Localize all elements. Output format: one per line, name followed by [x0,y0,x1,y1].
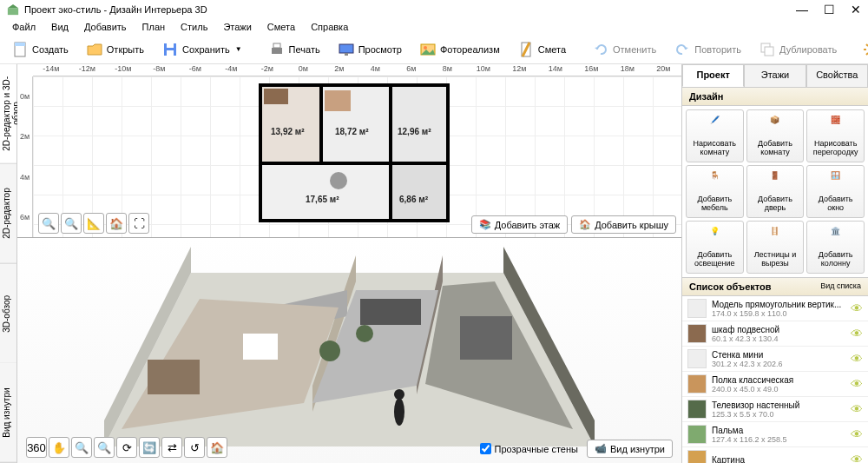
tab-floors[interactable]: Этажи [744,64,806,87]
add-roof-button[interactable]: 🏠 Добавить крышу [571,215,676,234]
redo-icon [674,41,691,58]
duplicate-button[interactable]: Дублировать [753,37,843,62]
vertical-tabs: 2D-редактор и 3D-обзор 2D-редактор 3D-об… [0,64,17,463]
eye-icon[interactable]: 👁 [851,427,863,441]
window-title: Проект эко-стиль - Дизайн Интерьера 3D [24,4,796,15]
undo-icon [592,41,609,58]
eye-icon[interactable]: 👁 [851,327,863,341]
add-furniture-button[interactable]: 🪑Добавить мебель [686,165,744,218]
list-item[interactable]: Телевизор настенный125.3 x 5.5 x 70.0👁 [682,397,868,422]
save-button[interactable]: Сохранить ▼ [155,37,248,62]
tab-project[interactable]: Проект [682,64,744,87]
add-lighting-button[interactable]: 💡Добавить освещение [686,221,744,274]
draw-partition-button[interactable]: 🧱Нарисовать перегородку [806,109,865,162]
svg-rect-7 [272,48,282,54]
svg-rect-5 [167,43,174,48]
menu-style[interactable]: Стиль [174,21,214,33]
object-list: Модель прямоугольник вертик...174.0 x 15… [682,296,868,463]
eye-icon[interactable]: 👁 [851,352,863,366]
home-3d-button[interactable]: 🏠 [207,437,227,458]
measure-button[interactable]: 📐 [83,213,104,234]
chevron-down-icon: ▼ [235,45,242,53]
save-icon [161,41,179,58]
fit-button[interactable]: ⛶ [128,213,149,234]
rotate-button[interactable]: ⟳ [116,437,137,458]
list-item[interactable]: Стенка мини301.2 x 42.3 x 202.6👁 [682,347,868,372]
svg-rect-37 [243,334,278,360]
vtab-2d-3d[interactable]: 2D-редактор и 3D-обзор [0,64,16,164]
print-icon [268,41,286,58]
rotate-360-button[interactable]: 360 [26,437,47,458]
settings-button[interactable] [857,37,868,62]
zoom-out-button[interactable]: 🔍 [38,213,59,234]
list-item[interactable]: шкаф подвесной60.1 x 42.3 x 130.4👁 [682,321,868,347]
menu-add[interactable]: Добавить [77,21,134,33]
eye-icon[interactable]: 👁 [851,453,863,463]
close-button[interactable]: ✕ [851,3,861,17]
zoom-in-3d-button[interactable]: 🔍 [94,437,115,458]
menu-file[interactable]: Файл [5,21,43,33]
vtab-2d[interactable]: 2D-редактор [0,164,16,264]
viewport-3d[interactable]: 360 ✋ 🔍 🔍 ⟳ 🔄 ⇄ ↺ 🏠 Прозрачные стены 📹 В… [17,238,681,463]
menu-plan[interactable]: План [135,21,173,33]
add-door-button[interactable]: 🚪Добавить дверь [746,165,805,218]
menu-floors[interactable]: Этажи [216,21,258,33]
zoom-out-3d-button[interactable]: 🔍 [71,437,92,458]
estimate-icon [517,41,535,58]
vtab-inside[interactable]: Вид изнутри [0,363,16,463]
menu-help[interactable]: Справка [304,21,355,33]
design-section-header: Дизайн [682,87,868,106]
list-item[interactable]: Полка классическая240.0 x 45.0 x 49.0👁 [682,372,868,397]
toolbar: Создать Открыть Сохранить ▼ Печать Просм… [0,35,868,64]
svg-rect-6 [167,50,174,56]
layers-icon: 📚 [479,219,491,230]
inside-view-button[interactable]: 📹 Вид изнутри [587,440,673,458]
tab-properties[interactable]: Свойства [806,64,868,87]
list-item[interactable]: Модель прямоугольник вертик...174.0 x 15… [682,296,868,321]
print-button[interactable]: Печать [262,37,326,62]
svg-rect-42 [360,299,421,325]
svg-point-41 [394,389,404,400]
viewport-2d[interactable]: -14м-12м-10м-8м-6м-4м-2м0м2м4м6м8м10м12м… [17,64,681,238]
list-item[interactable]: Картина👁 [682,447,868,463]
minimize-button[interactable]: — [796,3,808,17]
redo-button[interactable]: Повторить [667,37,747,62]
preview-button[interactable]: Просмотр [332,37,408,62]
photorealism-button[interactable]: Фотореализм [413,37,506,62]
undo-button[interactable]: Отменить [586,37,662,62]
draw-room-button[interactable]: 🖊️Нарисовать комнату [686,109,744,162]
home-button[interactable]: 🏠 [106,213,127,234]
add-column-button[interactable]: 🏛️Добавить колонну [806,221,865,274]
eye-icon[interactable]: 👁 [851,301,863,315]
create-button[interactable]: Создать [5,37,75,62]
objects-section-header: Список объектов Вид списка [682,277,868,296]
list-view-link[interactable]: Вид списка [820,281,861,292]
svg-marker-1 [8,4,18,8]
vtab-3d[interactable]: 3D-обзор [0,264,16,364]
maximize-button[interactable]: ☐ [824,3,835,17]
zoom-in-button[interactable]: 🔍 [61,213,82,234]
eye-icon[interactable]: 👁 [851,377,863,391]
add-window-button[interactable]: 🪟Добавить окно [806,165,865,218]
open-button[interactable]: Открыть [80,37,150,62]
add-room-button[interactable]: 📦Добавить комнату [746,109,805,162]
reset-button[interactable]: ↺ [184,437,205,458]
roof-icon: 🏠 [579,219,591,230]
orbit-button[interactable]: 🔄 [139,437,160,458]
flip-button[interactable]: ⇄ [161,437,182,458]
add-floor-button[interactable]: 📚 Добавить этаж [471,215,568,234]
transparent-walls-checkbox[interactable]: Прозрачные стены [480,443,578,454]
room-area-label: 6,86 м² [399,195,428,204]
menu-view[interactable]: Вид [44,21,76,33]
estimate-button[interactable]: Смета [511,37,572,62]
floor-plan[interactable]: 13,92 м² 18,72 м² 12,96 м² 17,65 м² 6,86… [259,83,450,222]
pan-button[interactable]: ✋ [49,437,69,458]
stairs-cutouts-button[interactable]: 🪜Лестницы и вырезы [746,221,805,274]
svg-point-40 [394,398,404,426]
menu-estimate[interactable]: Смета [260,21,302,33]
image-icon [419,41,437,58]
eye-icon[interactable]: 👁 [851,402,863,416]
menubar: Файл Вид Добавить План Стиль Этажи Смета… [0,19,868,35]
camera-icon: 📹 [595,443,607,454]
list-item[interactable]: Пальма127.4 x 116.2 x 258.5👁 [682,422,868,447]
